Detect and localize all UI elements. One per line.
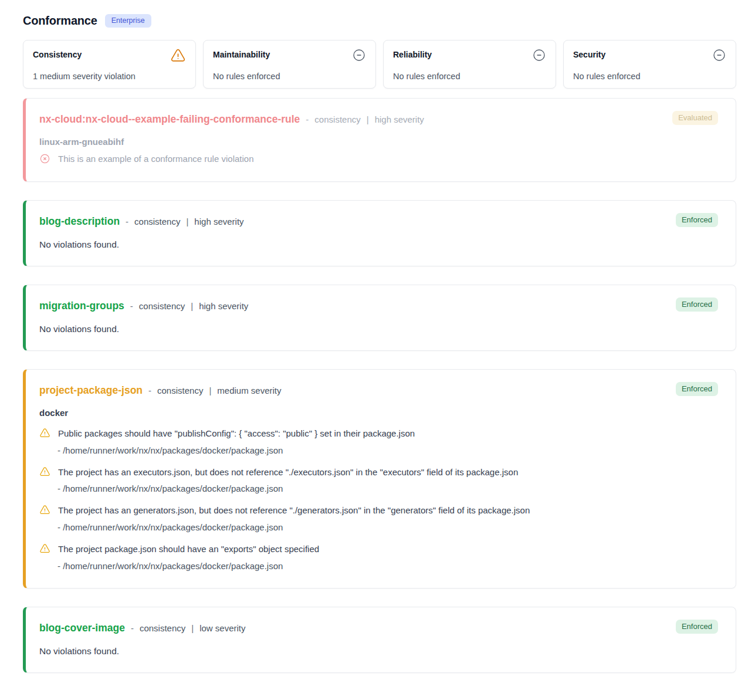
warning-triangle-icon: [170, 48, 186, 64]
project-name: linux-arm-gnueabihf: [39, 137, 718, 147]
category-status: No rules enforced: [213, 72, 366, 81]
rule-title-link[interactable]: migration-groups: [39, 300, 124, 312]
rule-title-link[interactable]: nx-cloud:nx-cloud--example-failing-confo…: [39, 113, 300, 126]
meta-pipe: |: [186, 217, 188, 226]
category-card-reliability[interactable]: Reliability No rules enforced: [383, 40, 556, 89]
rule-card-example-failing: nx-cloud:nx-cloud--example-failing-confo…: [23, 98, 736, 182]
enforced-badge: Enforced: [676, 213, 718, 227]
rule-category: consistency: [140, 623, 185, 633]
warning-triangle-icon: [39, 543, 50, 554]
enforced-badge: Enforced: [676, 620, 718, 634]
rule-list: nx-cloud:nx-cloud--example-failing-confo…: [23, 98, 736, 673]
category-status: No rules enforced: [573, 72, 726, 81]
no-violations-text: No violations found.: [39, 324, 718, 334]
minus-circle-icon: [352, 48, 366, 62]
violation-message: The project has an generators.json, but …: [58, 504, 530, 517]
violation-message: Public packages should have "publishConf…: [58, 427, 415, 440]
minus-circle-icon: [532, 48, 546, 62]
rule-card-blog-description: blog-description - consistency | high se…: [23, 200, 736, 266]
conformance-page: Conformance Enterprise Consistency 1 med…: [0, 0, 755, 673]
violation-location: - /home/runner/work/nx/nx/packages/docke…: [57, 482, 718, 495]
meta-dash: -: [130, 301, 133, 311]
rule-card-project-package-json: project-package-json - consistency | med…: [23, 369, 736, 589]
violation-message: The project has an executors.json, but d…: [58, 466, 518, 479]
rule-severity: low severity: [199, 623, 245, 633]
meta-dash: -: [131, 623, 134, 633]
warning-triangle-icon: [39, 466, 50, 478]
rule-category: consistency: [157, 385, 203, 395]
enforced-badge: Enforced: [676, 382, 718, 396]
violation-message: The project package.json should have an …: [58, 543, 319, 556]
violation-message: This is an example of a conformance rule…: [58, 153, 254, 165]
project-name: docker: [39, 408, 718, 418]
no-violations-text: No violations found.: [39, 239, 718, 250]
category-summary-grid: Consistency 1 medium severity violation …: [23, 40, 736, 89]
rule-severity: high severity: [194, 217, 243, 226]
warning-triangle-icon: [39, 505, 50, 516]
rule-severity: medium severity: [217, 385, 281, 395]
violation-location: - /home/runner/work/nx/nx/packages/docke…: [57, 521, 718, 533]
category-name: Maintainability: [213, 48, 270, 59]
meta-dash: -: [148, 385, 151, 395]
category-card-consistency[interactable]: Consistency 1 medium severity violation: [23, 40, 196, 89]
rule-card-blog-cover-image: blog-cover-image - consistency | low sev…: [23, 607, 736, 673]
rule-title-link[interactable]: project-package-json: [39, 384, 143, 397]
no-violations-text: No violations found.: [39, 646, 718, 657]
category-name: Consistency: [33, 48, 82, 59]
rule-severity: high severity: [375, 114, 424, 124]
meta-pipe: |: [367, 114, 369, 124]
rule-severity: high severity: [199, 301, 248, 311]
minus-circle-icon: [712, 48, 726, 62]
violation-location: - /home/runner/work/nx/nx/packages/docke…: [57, 444, 718, 456]
category-status: 1 medium severity violation: [33, 72, 186, 81]
meta-pipe: |: [191, 623, 194, 633]
meta-pipe: |: [191, 301, 193, 311]
enterprise-badge: Enterprise: [105, 14, 151, 28]
rule-title-link[interactable]: blog-description: [39, 215, 120, 228]
category-name: Security: [573, 48, 605, 59]
x-circle-icon: [39, 153, 50, 164]
violation-location: - /home/runner/work/nx/nx/packages/docke…: [57, 560, 718, 572]
meta-dash: -: [126, 217, 128, 226]
warning-triangle-icon: [39, 428, 50, 439]
rule-title-link[interactable]: blog-cover-image: [39, 622, 125, 634]
meta-dash: -: [306, 114, 309, 124]
rule-category: consistency: [314, 114, 360, 124]
rule-card-migration-groups: migration-groups - consistency | high se…: [23, 285, 736, 351]
category-card-security[interactable]: Security No rules enforced: [563, 40, 736, 89]
rule-category: consistency: [134, 217, 180, 226]
rule-category: consistency: [139, 301, 185, 311]
meta-pipe: |: [209, 385, 211, 395]
category-status: No rules enforced: [393, 72, 546, 81]
enforced-badge: Enforced: [676, 297, 718, 312]
category-card-maintainability[interactable]: Maintainability No rules enforced: [203, 40, 376, 89]
page-title: Conformance: [23, 14, 97, 28]
evaluated-badge: Evaluated: [672, 111, 718, 125]
category-name: Reliability: [393, 48, 432, 59]
page-header: Conformance Enterprise: [23, 14, 736, 28]
